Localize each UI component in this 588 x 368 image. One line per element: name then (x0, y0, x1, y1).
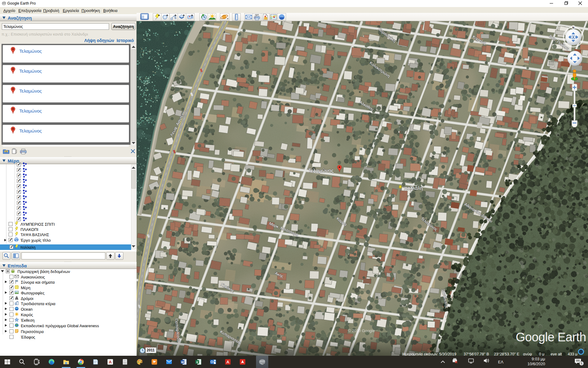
svg-text:πολλαλη: πολλαλη (404, 186, 423, 191)
svg-text:eye alt: eye alt (551, 352, 562, 356)
svg-text:W: W (181, 360, 184, 364)
svg-text:Pro: Pro (261, 363, 263, 365)
svg-text:Google Earth: Google Earth (516, 330, 586, 344)
svg-text:Τελαμώνος: Τελαμώνος (308, 168, 334, 174)
svg-text:Ημερομηνία εικόνων: 5/30/2019: Ημερομηνία εικόνων: 5/30/2019 (402, 352, 456, 356)
svg-text:N: N (572, 26, 575, 29)
svg-text:0 μ: 0 μ (539, 352, 545, 356)
svg-text:2011: 2011 (147, 348, 155, 352)
svg-text:A: A (109, 360, 112, 364)
svg-text:23°28'53.70" Ε: 23°28'53.70" Ε (494, 352, 519, 356)
svg-text:37°56'07.78" Β: 37°56'07.78" Β (464, 352, 489, 356)
svg-text:A: A (226, 360, 229, 364)
svg-text:433 μ: 433 μ (568, 352, 578, 356)
svg-text:ανύψ: ανύψ (523, 352, 532, 356)
svg-text:6: 6 (581, 362, 582, 365)
svg-text:X: X (196, 360, 198, 364)
svg-text:ΕΛ: ΕΛ (498, 360, 503, 364)
svg-text:© 2020 Google: © 2020 Google (348, 328, 375, 333)
